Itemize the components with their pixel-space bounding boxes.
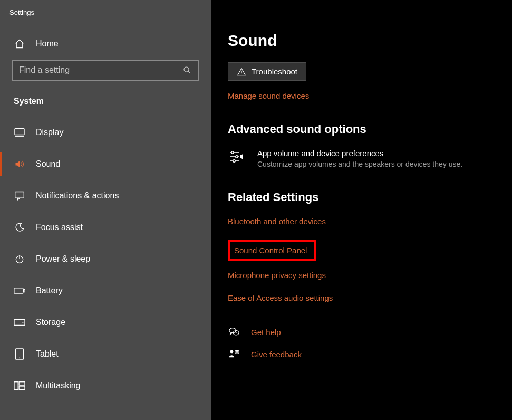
sidebar-item-display[interactable]: Display: [0, 117, 211, 148]
sidebar-item-label: Focus assist: [36, 223, 83, 232]
sidebar-item-label: Storage: [36, 318, 65, 327]
app-volume-preferences[interactable]: App volume and device preferences Custom…: [228, 149, 512, 168]
bluetooth-devices-link[interactable]: Bluetooth and other devices: [228, 217, 512, 226]
app-volume-subtitle: Customize app volumes and the speakers o…: [257, 160, 462, 168]
search-input[interactable]: [19, 65, 182, 75]
nav-home-label: Home: [36, 39, 59, 49]
svg-rect-15: [19, 386, 25, 389]
power-icon: [14, 253, 25, 265]
svg-text:?: ?: [235, 331, 237, 335]
sidebar-item-label: Sound: [36, 159, 60, 169]
home-icon: [14, 38, 25, 50]
svg-point-10: [22, 322, 23, 323]
tablet-icon: [14, 348, 25, 360]
highlight-sound-control-panel: Sound Control Panel: [228, 240, 316, 261]
sidebar-item-label: Tablet: [36, 349, 59, 359]
svg-rect-8: [24, 289, 25, 292]
search-box[interactable]: [12, 60, 199, 81]
sound-control-panel-link[interactable]: Sound Control Panel: [234, 246, 307, 255]
sidebar-section-title: System: [0, 87, 211, 117]
svg-rect-2: [15, 129, 24, 135]
troubleshoot-label: Troubleshoot: [252, 67, 297, 76]
help-icon: ?: [228, 327, 240, 337]
advanced-heading: Advanced sound options: [228, 122, 512, 136]
sidebar-item-label: Battery: [36, 286, 63, 295]
sidebar-item-battery[interactable]: Battery: [0, 275, 211, 307]
svg-rect-13: [14, 382, 18, 390]
drive-icon: [14, 317, 25, 328]
svg-point-21: [236, 156, 238, 158]
troubleshoot-button[interactable]: Troubleshoot: [228, 62, 306, 81]
search-icon: [182, 65, 192, 75]
app-volume-title: App volume and device preferences: [257, 149, 462, 158]
moon-icon: [14, 222, 25, 233]
related-heading: Related Settings: [228, 190, 512, 204]
svg-point-23: [233, 160, 235, 162]
microphone-privacy-link[interactable]: Microphone privacy settings: [228, 271, 512, 280]
give-feedback-row[interactable]: Give feedback: [228, 349, 512, 359]
svg-rect-28: [235, 351, 239, 354]
sidebar-item-label: Power & sleep: [36, 254, 90, 264]
sidebar-item-focus-assist[interactable]: Focus assist: [0, 212, 211, 243]
give-feedback-link[interactable]: Give feedback: [251, 350, 302, 359]
svg-point-0: [184, 67, 189, 72]
svg-point-17: [241, 73, 241, 74]
speaker-icon: [14, 158, 25, 170]
window-title: Settings: [0, 6, 211, 28]
sidebar-item-label: Notifications & actions: [36, 191, 119, 201]
multitask-icon: [14, 380, 25, 392]
battery-icon: [14, 285, 25, 297]
chat-icon: [14, 190, 25, 202]
svg-point-19: [231, 151, 234, 154]
svg-rect-14: [19, 382, 25, 385]
sidebar-item-sound[interactable]: Sound: [0, 148, 211, 180]
sidebar-item-tablet[interactable]: Tablet: [0, 338, 211, 370]
monitor-icon: [14, 127, 25, 138]
sidebar-item-label: Multitasking: [36, 381, 80, 390]
sidebar-item-label: Display: [36, 128, 63, 137]
main-content: Sound Troubleshoot Manage sound devices …: [211, 0, 512, 420]
sidebar-item-multitasking[interactable]: Multitasking: [0, 370, 211, 402]
nav-home[interactable]: Home: [0, 28, 211, 60]
warning-icon: [237, 68, 246, 76]
sidebar-item-notifications[interactable]: Notifications & actions: [0, 180, 211, 212]
get-help-row[interactable]: ? Get help: [228, 327, 512, 337]
svg-rect-4: [15, 192, 24, 198]
get-help-link[interactable]: Get help: [251, 328, 281, 337]
svg-line-1: [188, 71, 190, 73]
sidebar-item-power-sleep[interactable]: Power & sleep: [0, 243, 211, 275]
sidebar: Settings Home System Display: [0, 0, 211, 420]
ease-of-access-audio-link[interactable]: Ease of Access audio settings: [228, 293, 512, 302]
sliders-icon: [228, 149, 246, 164]
page-title: Sound: [228, 32, 512, 50]
svg-point-12: [19, 357, 20, 358]
feedback-icon: [228, 349, 240, 359]
manage-sound-devices-link[interactable]: Manage sound devices: [228, 91, 512, 100]
sidebar-item-storage[interactable]: Storage: [0, 307, 211, 338]
svg-point-27: [230, 350, 234, 354]
svg-rect-7: [14, 288, 23, 293]
